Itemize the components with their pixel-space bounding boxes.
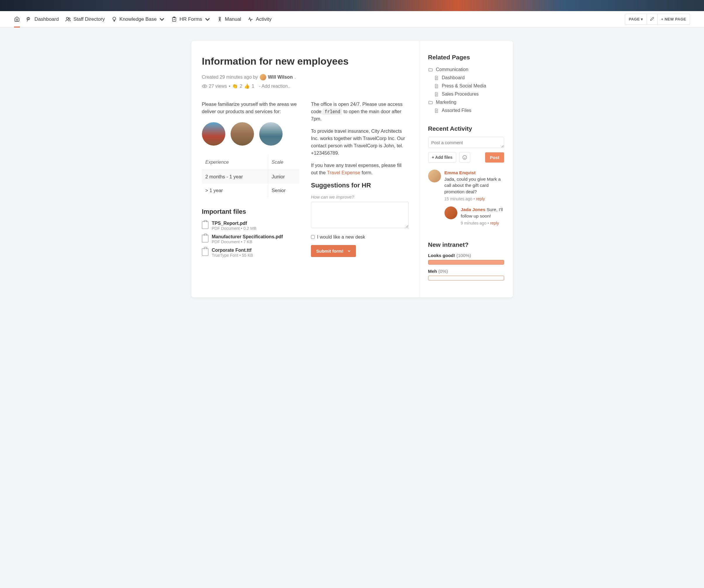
svg-point-1	[66, 17, 68, 19]
checkbox-label: I would like a new desk	[317, 234, 365, 240]
location-image-1	[202, 122, 225, 146]
expenses-text: If you have any travel expenses, please …	[311, 162, 409, 176]
clap-count: 2	[240, 84, 242, 89]
location-image-2	[231, 122, 254, 146]
add-reaction-button[interactable]: - Add reaction..	[259, 84, 291, 89]
nav-label: Activity	[256, 16, 272, 22]
folder-icon	[428, 100, 433, 105]
pencil-icon	[650, 17, 654, 21]
nav-manual[interactable]: Manual	[217, 11, 241, 27]
clap-reaction[interactable]: 👏	[232, 83, 238, 89]
nav-label: Manual	[225, 16, 241, 22]
thumbs-count: 1	[252, 84, 254, 89]
nav-hr-forms[interactable]: HR Forms	[171, 11, 210, 27]
emoji-button[interactable]	[459, 152, 470, 163]
related-item[interactable]: Sales Procedures	[428, 90, 504, 98]
document-icon	[434, 84, 439, 89]
travel-expense-link[interactable]: Travel Expense	[327, 170, 360, 175]
related-label: Marketing	[436, 100, 457, 105]
svg-point-7	[204, 86, 205, 87]
people-icon	[65, 16, 71, 22]
poll-option-2[interactable]: Meh (0%)	[428, 269, 504, 274]
file-name: TPS_Report.pdf	[212, 221, 256, 226]
eye-icon	[202, 84, 207, 89]
pin-icon	[26, 16, 32, 22]
file-item[interactable]: Manufacturer Specifications.pdfPDF Docum…	[202, 234, 300, 244]
view-count: 27 views	[209, 84, 227, 89]
home-icon	[14, 16, 20, 22]
related-label: Press & Social Media	[442, 83, 486, 89]
suggestions-heading: Suggestions for HR	[311, 181, 409, 189]
post-button[interactable]: Post	[485, 152, 504, 163]
activity-icon	[247, 16, 253, 22]
insurance-text: To provide travel insurance, City Archit…	[311, 127, 409, 156]
thumbs-reaction[interactable]: 👍	[244, 83, 250, 89]
file-item[interactable]: Corporate Font.ttfTrueType Font • 55 KB	[202, 248, 300, 258]
page-title: Information for new employees	[202, 56, 409, 67]
reply-link[interactable]: reply	[490, 221, 499, 225]
comment-time: 15 minutes ago	[445, 197, 473, 201]
related-label: Sales Procedures	[442, 92, 479, 97]
edit-page-button[interactable]	[647, 14, 657, 25]
chevron-down-icon	[204, 16, 211, 22]
file-meta: PDF Document • 0.2 MB	[212, 226, 256, 231]
related-pages-heading: Related Pages	[428, 54, 504, 61]
nav-dashboard[interactable]: Dashboard	[26, 11, 59, 27]
activity-comment: Emma Enqvist Jada, could you give Mark a…	[428, 170, 504, 202]
activity-reply: Jada Jones Sure, I'll follow up soon! 9 …	[445, 206, 504, 226]
avatar[interactable]	[428, 170, 441, 182]
commenter-name[interactable]: Emma Enqvist	[445, 170, 476, 175]
author-avatar[interactable]	[260, 74, 266, 81]
new-desk-row[interactable]: I would like a new desk	[311, 234, 409, 240]
related-label: Assorted Files	[442, 108, 471, 113]
avatar[interactable]	[445, 206, 457, 219]
nav-staff-directory[interactable]: Staff Directory	[65, 11, 105, 27]
author-link[interactable]: Will Wilson	[268, 74, 293, 80]
clipboard-icon	[171, 16, 177, 22]
files-heading: Important files	[202, 208, 300, 215]
new-page-button[interactable]: + NEW PAGE	[657, 14, 690, 25]
th-scale: Scale	[268, 155, 299, 170]
nav-home[interactable]	[14, 11, 20, 28]
comment-text: Jada, could you give Mark a call about t…	[445, 176, 504, 195]
poll-option-1[interactable]: Looks good! (100%)	[428, 253, 504, 258]
comment-input[interactable]	[428, 137, 504, 148]
document-icon	[434, 75, 439, 81]
file-item[interactable]: TPS_Report.pdfPDF Document • 0.2 MB	[202, 221, 300, 231]
svg-point-6	[219, 17, 220, 18]
bulb-icon	[111, 16, 117, 22]
related-label: Dashboard	[442, 75, 465, 81]
related-item[interactable]: Press & Social Media	[428, 82, 504, 90]
nav-activity[interactable]: Activity	[247, 11, 272, 27]
suggestions-hint: How can we improve?	[311, 195, 409, 200]
add-files-button[interactable]: + Add files	[428, 152, 457, 163]
intro-text: Please familiarize yourself with the are…	[202, 101, 300, 115]
submit-form-button[interactable]: Submit form!	[311, 245, 356, 257]
related-item[interactable]: Communication	[428, 65, 504, 74]
commenter-name[interactable]: Jada Jones	[461, 207, 485, 212]
related-item[interactable]: Marketing	[428, 98, 504, 106]
nav-knowledge-base[interactable]: Knowledge Base	[111, 11, 165, 27]
related-item[interactable]: Assorted Files	[428, 106, 504, 115]
top-nav: Dashboard Staff Directory Knowledge Base…	[0, 11, 704, 28]
file-name: Corporate Font.ttf	[212, 248, 253, 253]
file-icon	[202, 248, 209, 256]
poll-bar-2	[428, 276, 504, 280]
experience-table: Experience Scale 2 months - 1 year Junio…	[202, 155, 300, 197]
suggestions-textarea[interactable]	[311, 202, 409, 228]
reply-link[interactable]: reply	[476, 197, 485, 201]
document-icon	[434, 108, 439, 113]
nav-label: Knowledge Base	[120, 16, 157, 22]
file-name: Manufacturer Specifications.pdf	[212, 234, 283, 239]
nav-label: Staff Directory	[73, 16, 105, 22]
location-image-3	[259, 122, 283, 146]
related-item[interactable]: Dashboard	[428, 74, 504, 82]
th-experience: Experience	[202, 155, 268, 170]
poll-bar-1	[428, 260, 504, 265]
svg-point-3	[113, 17, 116, 20]
comment-time: 9 minutes ago	[461, 221, 486, 225]
table-row: 2 months - 1 year Junior	[202, 170, 300, 183]
page-dropdown-button[interactable]: PAGE ▾	[625, 14, 647, 25]
chevron-down-icon	[159, 16, 165, 22]
new-desk-checkbox[interactable]	[311, 235, 315, 239]
